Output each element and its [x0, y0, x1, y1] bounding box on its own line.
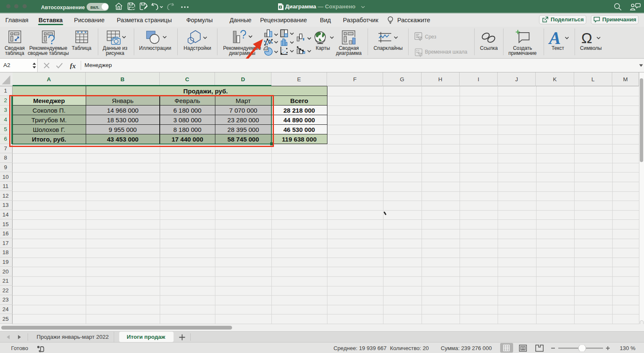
svg-text:fx: fx: [70, 62, 76, 69]
svg-text:A: A: [548, 28, 561, 48]
svg-text:Ω: Ω: [581, 30, 592, 46]
svg-text:x: x: [280, 5, 281, 8]
